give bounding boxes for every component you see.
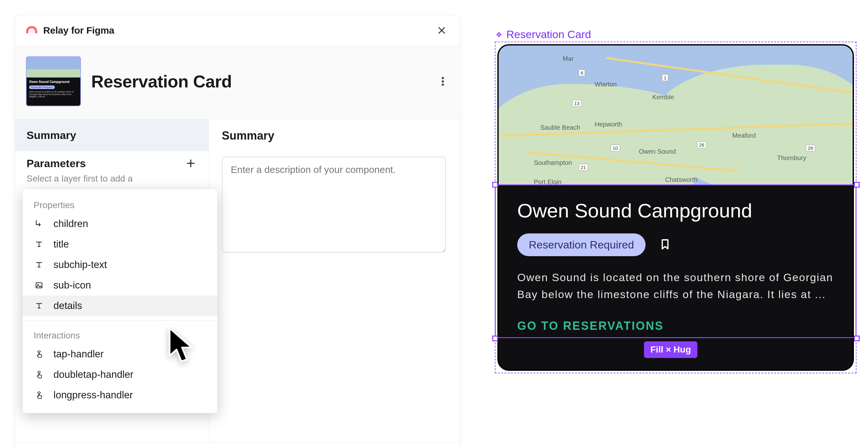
panel-header: Relay for Figma bbox=[15, 15, 459, 46]
parameter-dropdown: Properties children title subchip-text bbox=[23, 189, 217, 413]
dropdown-section-properties: Properties bbox=[23, 195, 217, 214]
component-name: Reservation Card bbox=[91, 71, 437, 91]
map-shield: 13 bbox=[572, 100, 582, 107]
close-button[interactable] bbox=[435, 24, 448, 37]
map-shield: 21 bbox=[579, 164, 588, 171]
tap-icon bbox=[34, 390, 44, 400]
bookmark-icon[interactable] bbox=[658, 238, 672, 252]
selection-handle[interactable] bbox=[854, 182, 860, 188]
dropdown-item-label: tap-handler bbox=[54, 348, 104, 360]
map-shield: 1 bbox=[662, 74, 668, 81]
plugin-title: Relay for Figma bbox=[43, 25, 435, 36]
dropdown-item-label: children bbox=[54, 218, 88, 230]
dropdown-item-children[interactable]: children bbox=[23, 214, 217, 234]
map-town: Sauble Beach bbox=[540, 124, 580, 131]
parameters-hint: Select a layer first to add a bbox=[15, 173, 209, 184]
dropdown-item-doubletap-handler[interactable]: doubletap-handler bbox=[23, 364, 217, 385]
card-body: Owen Sound Campground Reservation Requir… bbox=[499, 185, 852, 333]
component-header: Owen Sound Campground Reservation Requir… bbox=[15, 46, 459, 119]
map-town: Mar bbox=[563, 55, 574, 62]
dropdown-item-label: doubletap-handler bbox=[54, 369, 133, 380]
map-town: Hepworth bbox=[595, 121, 622, 128]
map-town: Port Elgin bbox=[534, 178, 562, 185]
tap-icon bbox=[34, 349, 44, 360]
map-town: Meaford bbox=[732, 132, 756, 139]
card-map: Mar Wiarton Kemble Sauble Beach Hepworth… bbox=[499, 46, 852, 185]
dropdown-item-subchip-text[interactable]: subchip-text bbox=[23, 255, 217, 275]
sidebar-tab-summary[interactable]: Summary bbox=[15, 119, 209, 151]
map-town: Chatsworth bbox=[665, 176, 698, 183]
plugin-panel: Relay for Figma Owen Sound Campground Re… bbox=[15, 15, 460, 447]
map-town: Kemble bbox=[652, 93, 674, 101]
map-town: Southampton bbox=[534, 159, 572, 167]
text-icon bbox=[34, 259, 44, 270]
component-thumbnail[interactable]: Owen Sound Campground Reservation Requir… bbox=[26, 56, 81, 106]
text-icon bbox=[34, 300, 44, 311]
component-icon bbox=[495, 31, 502, 38]
cursor-icon bbox=[165, 325, 200, 367]
dropdown-item-label: subchip-text bbox=[54, 259, 107, 271]
panel-footer: Share with developer bbox=[15, 442, 459, 447]
description-input[interactable] bbox=[222, 156, 446, 252]
dropdown-item-title[interactable]: title bbox=[23, 234, 217, 255]
map-town: Thornbury bbox=[777, 154, 806, 162]
map-town: Wiarton bbox=[595, 81, 617, 88]
chip-row: Reservation Required bbox=[517, 233, 834, 256]
tap-icon bbox=[34, 369, 44, 380]
relay-logo-icon bbox=[26, 25, 37, 36]
dropdown-item-label: details bbox=[54, 300, 82, 311]
selection-handle[interactable] bbox=[854, 335, 860, 341]
reservation-chip[interactable]: Reservation Required bbox=[517, 233, 646, 256]
dropdown-item-label: sub-icon bbox=[54, 279, 91, 291]
card-description: Owen Sound is located on the southern sh… bbox=[517, 269, 834, 303]
dropdown-item-sub-icon[interactable]: sub-icon bbox=[23, 275, 217, 296]
map-shield: 26 bbox=[806, 145, 815, 151]
dropdown-item-details[interactable]: details bbox=[23, 296, 217, 316]
reservation-card[interactable]: Mar Wiarton Kemble Sauble Beach Hepworth… bbox=[497, 44, 854, 371]
image-icon bbox=[34, 280, 44, 291]
main-pane: Summary bbox=[209, 119, 459, 442]
text-icon bbox=[34, 239, 44, 250]
dropdown-item-label: longpress-handler bbox=[54, 389, 133, 401]
map-shield: 26 bbox=[697, 142, 706, 148]
map-shield: 6 bbox=[579, 69, 585, 76]
children-icon bbox=[34, 218, 44, 229]
map-shield: 10 bbox=[611, 145, 620, 151]
overflow-menu-button[interactable] bbox=[437, 76, 448, 87]
add-parameter-button[interactable] bbox=[184, 157, 197, 170]
parameters-row: Parameters bbox=[15, 151, 209, 173]
canvas-component-label[interactable]: Reservation Card bbox=[495, 28, 591, 41]
map-town: Owen Sound bbox=[639, 148, 676, 155]
canvas-component-label-text: Reservation Card bbox=[506, 28, 591, 41]
main-heading: Summary bbox=[222, 129, 446, 143]
dropdown-item-label: title bbox=[54, 239, 69, 250]
parameters-label: Parameters bbox=[27, 157, 86, 170]
dropdown-item-longpress-handler[interactable]: longpress-handler bbox=[23, 385, 217, 406]
card-title: Owen Sound Campground bbox=[517, 199, 834, 222]
card-cta[interactable]: GO TO RESERVATIONS bbox=[517, 319, 834, 333]
dropdown-divider bbox=[23, 321, 217, 321]
panel-body: Summary Parameters Select a layer first … bbox=[15, 119, 459, 442]
